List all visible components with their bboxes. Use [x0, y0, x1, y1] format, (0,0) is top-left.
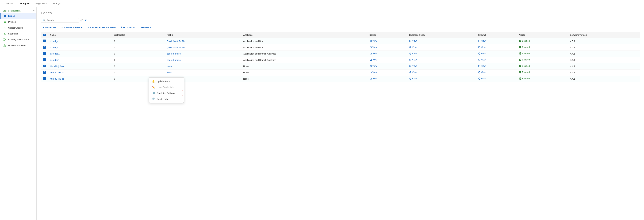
- device-view-link[interactable]: View: [370, 46, 377, 48]
- sidebar-item-edges[interactable]: Edges: [0, 13, 36, 19]
- more-button[interactable]: ••• MORE: [139, 25, 153, 30]
- fw-view-link[interactable]: View: [478, 40, 486, 42]
- device-view-link[interactable]: View: [370, 52, 377, 55]
- search-input-wrap[interactable]: 🔍: [41, 18, 79, 22]
- device-view-link[interactable]: View: [370, 65, 377, 67]
- segments-icon: [3, 32, 6, 35]
- row-name[interactable]: b4-edge1: [48, 57, 112, 63]
- table-row: b1-edge1 0 Quick Start Profile Applicati…: [41, 38, 640, 44]
- menu-item-update-alerts[interactable]: 🔔 Update Alerts: [149, 78, 184, 84]
- row-certificates: 0: [112, 51, 165, 57]
- sidebar-item-object-groups[interactable]: Object Groups: [0, 25, 36, 31]
- row-profile[interactable]: Hubs: [165, 63, 241, 70]
- device-view-link[interactable]: View: [370, 40, 377, 42]
- fw-view-link[interactable]: View: [478, 77, 486, 80]
- fw-view-link[interactable]: View: [478, 46, 486, 48]
- select-all-checkbox[interactable]: [43, 34, 46, 36]
- device-view-link[interactable]: View: [370, 71, 377, 74]
- svg-rect-2: [4, 16, 5, 17]
- bp-view-link[interactable]: View: [409, 40, 416, 42]
- device-view-link[interactable]: View: [370, 58, 377, 61]
- row-checkbox-cell: [41, 76, 48, 82]
- row-profile[interactable]: Quick Start Profile: [165, 44, 241, 51]
- nav-monitor[interactable]: Monitor: [3, 0, 16, 7]
- row-name[interactable]: hub-20 (b7-ec: [48, 70, 112, 76]
- row-business-policy: View: [407, 76, 476, 82]
- alerts-badge: Enabled: [519, 58, 530, 61]
- row-alerts: Enabled: [517, 70, 568, 76]
- row-profile[interactable]: Hubs: [165, 70, 241, 76]
- row-device: View: [368, 38, 407, 44]
- sidebar-item-overlay-flow[interactable]: Overlay Flow Control: [0, 36, 36, 42]
- svg-rect-34: [370, 66, 372, 67]
- bp-view-link[interactable]: View: [409, 58, 416, 61]
- row-checkbox-cell: [41, 70, 48, 76]
- row-profile[interactable]: edge-3-profile: [165, 51, 241, 57]
- fw-view-link[interactable]: View: [478, 65, 486, 67]
- svg-rect-11: [4, 34, 6, 34]
- gear-icon: ⚙️: [152, 92, 155, 94]
- row-name[interactable]: b3-edge1: [48, 51, 112, 57]
- bp-view-link[interactable]: View: [409, 71, 416, 74]
- nav-diagnostics[interactable]: Diagnostics: [32, 0, 50, 7]
- bp-view-link[interactable]: View: [409, 77, 416, 80]
- alerts-badge: Enabled: [519, 71, 530, 74]
- network-services-icon: [3, 44, 6, 47]
- search-input[interactable]: [46, 19, 73, 22]
- menu-item-delete-edge[interactable]: 🗑️ Delete Edge: [149, 96, 184, 102]
- row-alerts: Enabled: [517, 38, 568, 44]
- table-header-row: Name Certificates Profile Analytics Devi…: [41, 32, 640, 38]
- bp-view-link[interactable]: View: [409, 65, 416, 67]
- row-firewall: View: [476, 44, 517, 51]
- row-business-policy: View: [407, 38, 476, 44]
- row-profile[interactable]: edge-4-profile: [165, 57, 241, 63]
- header-profile: Profile: [165, 32, 241, 38]
- row-analytics: Application and Branch Analytics: [241, 57, 368, 63]
- fw-view-link[interactable]: View: [478, 71, 486, 74]
- row-name[interactable]: Hub-10 (b6-ec: [48, 63, 112, 70]
- sidebar-collapse-button[interactable]: «: [33, 9, 35, 12]
- row-checkbox[interactable]: [43, 46, 46, 48]
- row-checkbox[interactable]: [43, 77, 46, 80]
- overlay-flow-icon: [3, 38, 6, 41]
- row-version: 4.5.1: [568, 38, 640, 44]
- header-business-policy: Business Policy: [407, 32, 476, 38]
- table-row: hub-30 (b5-ec 0 Hubs None View View View: [41, 76, 640, 82]
- row-profile[interactable]: Quick Start Profile: [165, 38, 241, 44]
- info-icon[interactable]: ⓘ: [80, 19, 83, 22]
- row-name[interactable]: b1-edge1: [48, 38, 112, 44]
- nav-configure[interactable]: Configure: [16, 0, 32, 7]
- menu-item-analytics-settings[interactable]: ⚙️ Analytics Settings: [150, 90, 183, 96]
- filter-icon[interactable]: ▼: [84, 19, 87, 22]
- row-checkbox[interactable]: [43, 71, 46, 74]
- row-version: 4.4.1: [568, 76, 640, 82]
- menu-update-alerts-label: Update Alerts: [157, 80, 170, 82]
- row-device: View: [368, 44, 407, 51]
- nav-settings[interactable]: Settings: [50, 0, 63, 7]
- row-name[interactable]: hub-30 (b5-ec: [48, 76, 112, 82]
- row-checkbox[interactable]: [43, 52, 46, 55]
- svg-rect-9: [4, 33, 6, 33]
- sidebar-item-segments[interactable]: Segments: [0, 31, 36, 36]
- sidebar-item-profiles[interactable]: Profiles: [0, 19, 36, 25]
- svg-point-12: [4, 38, 4, 39]
- download-button[interactable]: ⬇ DOWNLOAD: [119, 25, 138, 30]
- row-certificates: 0: [112, 63, 165, 70]
- row-business-policy: View: [407, 63, 476, 70]
- row-checkbox[interactable]: [43, 58, 46, 61]
- row-checkbox[interactable]: [43, 40, 46, 42]
- row-business-policy: View: [407, 70, 476, 76]
- bp-view-link[interactable]: View: [409, 46, 416, 48]
- sidebar-item-network-services[interactable]: Network Services: [0, 42, 36, 48]
- device-view-link[interactable]: View: [370, 77, 377, 80]
- fw-view-link[interactable]: View: [478, 52, 486, 55]
- bp-view-link[interactable]: View: [409, 52, 416, 55]
- fw-view-link[interactable]: View: [478, 58, 486, 61]
- row-name[interactable]: b2-edge1: [48, 44, 112, 51]
- add-edge-button[interactable]: + ADD EDGE: [41, 25, 58, 30]
- row-checkbox[interactable]: [43, 64, 46, 68]
- row-version: 4.4.1: [568, 57, 640, 63]
- assign-license-button[interactable]: ✓ ASSIGN EDGE LICENSE: [86, 25, 118, 30]
- assign-profile-button[interactable]: ✓ ASSIGN PROFILE: [59, 25, 85, 30]
- sidebar-item-object-groups-label: Object Groups: [8, 26, 23, 29]
